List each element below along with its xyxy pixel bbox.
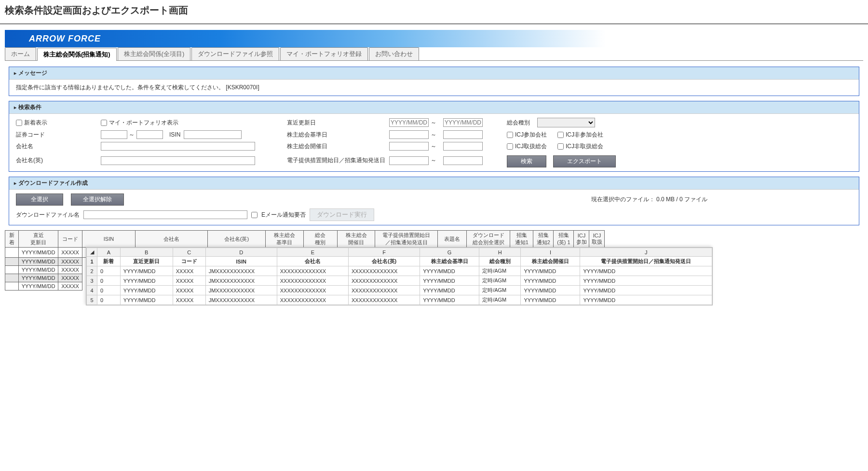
email-notify-checkbox[interactable] xyxy=(251,212,258,218)
excel-cell: XXXXXXXXXXXXX xyxy=(348,266,420,276)
tab-bar: ホーム 株主総会関係(招集通知) 株主総会関係(全項目) ダウンロードファイル参… xyxy=(5,47,863,61)
result-header: 招集通知2 xyxy=(533,231,554,248)
excel-cell: YYYY/MMDD xyxy=(420,286,479,295)
excel-cell: 0 xyxy=(97,286,121,295)
excel-cell: YYYY/MMDD xyxy=(120,266,173,276)
search-panel-header: 検索条件 xyxy=(9,101,859,114)
download-status: 現在選択中のファイル： 0.0 MB / 0 ファイル xyxy=(591,195,707,204)
page-title: 検索条件設定画面およびエクスポート画面 xyxy=(0,0,868,21)
tab-my-portfolio[interactable]: マイ・ポートフォリオ登録 xyxy=(280,47,368,60)
result-header: ダウンロード総会別全選択 xyxy=(467,231,510,248)
excel-header-cell: 会社名 xyxy=(277,257,348,266)
download-exec-button[interactable]: ダウンロード実行 xyxy=(310,208,374,221)
new-checkbox[interactable] xyxy=(16,120,22,126)
sec-code-from[interactable] xyxy=(101,130,127,139)
dlname-label: ダウンロードファイル名 xyxy=(16,211,80,219)
message-panel: メッセージ 指定条件に該当する情報はありませんでした。条件を変えて検索してくださ… xyxy=(9,67,859,96)
icj-member-checkbox[interactable] xyxy=(507,132,513,138)
icj-nohandle-label: ICJ非取扱総会 xyxy=(566,142,603,151)
meeting-date-to[interactable] xyxy=(443,142,483,151)
icj-nonmember-label: ICJ非参加会社 xyxy=(566,131,603,139)
excel-col-header: G xyxy=(420,248,479,257)
icj-handle-checkbox[interactable] xyxy=(507,143,513,150)
result-header: 株主総会基準日 xyxy=(266,231,304,248)
edoc-to[interactable] xyxy=(443,156,483,165)
excel-cell: 定時/AGM xyxy=(479,286,521,295)
divider xyxy=(0,24,868,24)
search-button[interactable]: 検索 xyxy=(507,155,546,167)
excel-col-header: E xyxy=(277,248,348,257)
recent-update-from[interactable] xyxy=(389,118,429,127)
excel-cell: 定時/AGM xyxy=(479,266,521,276)
new-label: 新着表示 xyxy=(24,119,47,127)
excel-col-header: H xyxy=(479,248,521,257)
tab-shoshu[interactable]: 株主総会関係(招集通知) xyxy=(37,48,117,61)
result-header: 表題名 xyxy=(438,231,467,248)
excel-col-header: C xyxy=(173,248,205,257)
select-all-button[interactable]: 全選択 xyxy=(16,194,63,206)
tab-download-ref[interactable]: ダウンロードファイル参照 xyxy=(191,47,279,60)
tilde3: ～ xyxy=(431,131,440,139)
email-label: Eメール通知要否 xyxy=(261,211,306,219)
excel-cell: YYYY/MMDD xyxy=(580,295,712,305)
tilde1: ～ xyxy=(431,119,440,127)
record-date-to[interactable] xyxy=(443,130,483,139)
deselect-all-button[interactable]: 全選択解除 xyxy=(71,194,124,206)
tilde5: ～ xyxy=(431,156,440,165)
tilde4: ～ xyxy=(431,142,440,151)
icj-nohandle-checkbox[interactable] xyxy=(557,143,564,150)
recent-update-to[interactable] xyxy=(443,118,483,127)
tab-contact[interactable]: お問い合わせ xyxy=(369,47,419,60)
company-input[interactable] xyxy=(101,142,255,151)
result-header: 会社名(英) xyxy=(208,231,266,248)
export-button[interactable]: エクスポート xyxy=(553,155,616,167)
sec-code-to[interactable] xyxy=(136,130,163,139)
message-panel-header: メッセージ xyxy=(9,67,859,80)
excel-cell: XXXXXXXXXXXXX xyxy=(277,266,348,276)
result-header: 総会種別 xyxy=(303,231,337,248)
excel-cell: JMXXXXXXXXXXX xyxy=(205,295,277,305)
excel-col-header: D xyxy=(205,248,277,257)
meeting-type-label: 総会種別 xyxy=(507,119,530,127)
excel-cell: YYYY/MMDD xyxy=(580,266,712,276)
tab-home[interactable]: ホーム xyxy=(5,47,36,60)
excel-cell: YYYY/MMDD xyxy=(120,286,173,295)
excel-cell: YYYY/MMDD xyxy=(420,276,479,286)
meeting-date-label: 株主総会開催日 xyxy=(287,142,359,151)
myportfolio-checkbox[interactable] xyxy=(101,120,107,126)
isin-input[interactable] xyxy=(184,130,242,139)
result-header: ISIN xyxy=(82,231,136,248)
edoc-from[interactable] xyxy=(389,156,429,165)
excel-cell: XXXXXXXXXXXXX xyxy=(348,295,420,305)
sec-code-label: 証券コード xyxy=(16,131,98,139)
result-header: 新着 xyxy=(5,231,19,248)
meeting-type-select[interactable] xyxy=(537,118,595,127)
excel-header-cell: 株主総会基準日 xyxy=(420,257,479,266)
app-banner: ARROW FORCE xyxy=(5,30,863,47)
excel-corner: ◢ xyxy=(87,248,97,257)
dlname-input[interactable] xyxy=(83,210,247,219)
excel-header-cell: 新着 xyxy=(97,257,121,266)
excel-cell: JMXXXXXXXXXXX xyxy=(205,276,277,286)
company-en-input[interactable] xyxy=(101,156,255,165)
excel-cell: XXXXX xyxy=(173,295,205,305)
excel-cell: XXXXX xyxy=(173,276,205,286)
excel-cell: YYYY/MMDD xyxy=(521,295,580,305)
meeting-date-from[interactable] xyxy=(389,142,429,151)
excel-col-header: J xyxy=(580,248,712,257)
record-date-from[interactable] xyxy=(389,130,429,139)
result-header: 会社名 xyxy=(136,231,208,248)
tab-all-items[interactable]: 株主総会関係(全項目) xyxy=(118,47,191,60)
result-header: コード xyxy=(58,231,82,248)
tilde2: ～ xyxy=(129,131,135,138)
excel-header-cell: 総会種別 xyxy=(479,257,521,266)
icj-handle-label: ICJ取扱総会 xyxy=(515,142,547,151)
icj-nonmember-checkbox[interactable] xyxy=(557,132,564,138)
excel-cell: YYYY/MMDD xyxy=(420,295,479,305)
excel-cell: YYYY/MMDD xyxy=(120,295,173,305)
result-header: 招集(英) 1 xyxy=(554,231,574,248)
search-panel: 検索条件 新着表示 マイ・ポートフォリオ表示 直近更新日 ～ 総会種別 証券コー… xyxy=(9,101,859,172)
excel-cell: 0 xyxy=(97,266,121,276)
excel-header-cell: 電子提供措置開始日／招集通知発送日 xyxy=(580,257,712,266)
result-header: 株主総会開催日 xyxy=(337,231,375,248)
